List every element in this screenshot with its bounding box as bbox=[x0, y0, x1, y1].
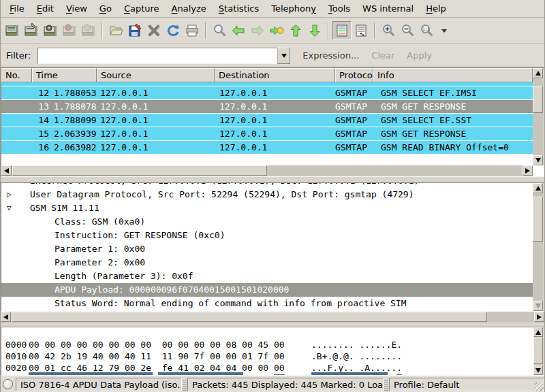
capture-options-icon[interactable] bbox=[22, 21, 41, 40]
pane-splitter[interactable] bbox=[1, 177, 544, 182]
zoom-in-icon[interactable] bbox=[379, 21, 398, 40]
scroll-up-button[interactable] bbox=[533, 327, 543, 337]
column-header-protocol[interactable]: Protocol bbox=[335, 68, 373, 82]
vscroll-thumb[interactable] bbox=[533, 338, 543, 364]
column-header-no[interactable]: No. bbox=[1, 68, 32, 82]
detail-line-length[interactable]: Length (Parameter 3): 0x0f bbox=[1, 270, 533, 283]
go-top-icon[interactable] bbox=[286, 21, 305, 40]
status-field-selected: ISO 7816-4 APDU Data Payload (iso... bbox=[16, 378, 182, 391]
details-hscrollbar[interactable] bbox=[1, 312, 544, 323]
menu-analyze[interactable]: Analyze bbox=[166, 1, 213, 16]
packet-row[interactable]: 121.788053127.0.0.1127.0.0.1GSMTAPGSM SE… bbox=[1, 86, 533, 99]
capture-restart-icon[interactable] bbox=[79, 21, 98, 40]
zoom-normal-icon[interactable]: 1:1 bbox=[417, 21, 436, 40]
expression-button[interactable]: Expression... bbox=[302, 50, 359, 61]
hex-vscrollbar[interactable] bbox=[533, 327, 544, 375]
expert-info-icon[interactable] bbox=[3, 379, 13, 389]
detail-line-apdu-payload-selected[interactable]: APDU Payload: 000000096f0704001500150102… bbox=[1, 283, 533, 297]
scroll-up-button[interactable] bbox=[533, 183, 543, 193]
detail-line-status-word[interactable]: Status Word: Normal ending of command wi… bbox=[1, 297, 533, 310]
scroll-left-button[interactable] bbox=[1, 312, 11, 322]
detail-line-parameter2[interactable]: Parameter 2: 0x00 bbox=[1, 256, 533, 270]
go-to-packet-icon[interactable] bbox=[267, 21, 286, 40]
wireshark-window: File Edit View Go Capture Analyze Statis… bbox=[0, 0, 545, 392]
main-toolbar: 1:1 bbox=[1, 18, 544, 44]
scroll-right-button[interactable] bbox=[534, 312, 544, 322]
hex-dump-pane: 000000 00 00 00 00 00 00 00 00 00 00 00 … bbox=[1, 327, 544, 376]
packet-list-vscrollbar[interactable] bbox=[533, 68, 544, 165]
scroll-down-button[interactable] bbox=[533, 301, 543, 311]
list-interfaces-icon[interactable] bbox=[3, 21, 22, 40]
menu-edit[interactable]: Edit bbox=[31, 1, 60, 16]
apply-button[interactable]: Apply bbox=[407, 50, 432, 61]
packet-list-rows: 11 1.787891 127.0.0.1 127.0.0.1 GSMTAP G… bbox=[1, 82, 533, 165]
scroll-left-button[interactable] bbox=[1, 165, 12, 176]
clipped-highlight-row bbox=[311, 372, 388, 375]
colorize-toggle-icon[interactable] bbox=[332, 21, 352, 40]
scroll-up-button[interactable] bbox=[533, 68, 543, 78]
filter-dropdown-button[interactable] bbox=[277, 48, 290, 64]
packet-details-pane: Internet Protocol, Src: 127.0.0.1 (127.0… bbox=[1, 182, 544, 312]
status-grip[interactable] bbox=[384, 378, 388, 391]
column-header-destination[interactable]: Destination bbox=[215, 68, 335, 82]
packet-row[interactable]: 141.788099127.0.0.1127.0.0.1GSMTAPGSM SE… bbox=[1, 114, 533, 127]
toolbar-overflow-icon[interactable] bbox=[441, 29, 447, 33]
capture-start-icon[interactable] bbox=[41, 21, 60, 40]
save-file-icon[interactable] bbox=[125, 21, 144, 40]
packet-row-clipped[interactable]: 11 1.787891 127.0.0.1 127.0.0.1 GSMTAP G… bbox=[1, 82, 533, 86]
zoom-out-icon[interactable] bbox=[398, 21, 417, 40]
menu-capture[interactable]: Capture bbox=[118, 1, 166, 16]
scroll-right-button[interactable] bbox=[523, 165, 533, 176]
hscroll-thumb[interactable] bbox=[12, 312, 487, 322]
details-vscrollbar[interactable] bbox=[533, 183, 544, 311]
detail-line-class[interactable]: Class: GSM (0xa0) bbox=[1, 215, 533, 229]
clear-button[interactable]: Clear bbox=[371, 50, 394, 61]
status-bar: ISO 7816-4 APDU Data Payload (iso... Pac… bbox=[1, 376, 544, 392]
detail-line-gsm-sim[interactable]: GSM SIM 11.11 bbox=[1, 201, 533, 215]
go-bottom-icon[interactable] bbox=[305, 21, 324, 40]
vscroll-thumb[interactable] bbox=[533, 197, 543, 242]
vscroll-thumb[interactable] bbox=[533, 86, 543, 113]
detail-line-instruction[interactable]: Instruction: GET RESPONSE (0xc0) bbox=[1, 229, 533, 242]
reload-icon[interactable] bbox=[164, 21, 183, 40]
print-icon[interactable] bbox=[183, 21, 202, 40]
hex-row[interactable]: 001000 42 2b 19 40 00 40 11 11 90 7f 00 … bbox=[1, 339, 544, 350]
status-grip[interactable] bbox=[183, 378, 187, 391]
menu-go[interactable]: Go bbox=[93, 1, 118, 16]
window-resize-grip[interactable] bbox=[535, 382, 544, 391]
detail-line-parameter1[interactable]: Parameter 1: 0x00 bbox=[1, 242, 533, 256]
open-file-icon[interactable] bbox=[106, 21, 125, 40]
column-header-source[interactable]: Source bbox=[97, 68, 215, 82]
hex-row[interactable]: 002000 01 cc 46 12 79 00 2e fe 41 02 04 … bbox=[1, 350, 544, 362]
packet-list-header: No. Time Source Destination Protocol Inf… bbox=[1, 68, 533, 82]
packet-list-hscrollbar[interactable] bbox=[1, 165, 533, 176]
capture-stop-icon[interactable] bbox=[60, 21, 79, 40]
column-header-info[interactable]: Info bbox=[373, 68, 533, 82]
go-forward-icon[interactable] bbox=[248, 21, 267, 40]
menu-tools[interactable]: Tools bbox=[322, 1, 356, 16]
packet-row[interactable]: 152.063939127.0.0.1127.0.0.1GSMTAPGSM GE… bbox=[1, 127, 533, 140]
packet-row-selected[interactable]: 131.788078127.0.0.1127.0.0.1GSMTAPGSM GE… bbox=[1, 100, 533, 113]
go-back-icon[interactable] bbox=[229, 21, 248, 40]
scroll-down-button[interactable] bbox=[533, 365, 543, 375]
menu-file[interactable]: File bbox=[3, 1, 31, 16]
menu-telephony[interactable]: Telephony bbox=[265, 1, 322, 16]
packet-row[interactable]: 162.063982127.0.0.1127.0.0.1GSMTAPGSM RE… bbox=[1, 141, 533, 154]
close-file-icon[interactable] bbox=[144, 21, 164, 40]
menu-ws-internal[interactable]: WS internal bbox=[356, 1, 420, 16]
hex-row[interactable]: 000000 00 00 00 00 00 00 00 00 00 00 00 … bbox=[1, 327, 544, 339]
find-packet-icon[interactable] bbox=[210, 21, 229, 40]
packet-list-pane: No. Time Source Destination Protocol Inf… bbox=[1, 67, 544, 177]
hscroll-thumb[interactable] bbox=[12, 165, 267, 176]
detail-line-udp[interactable]: User Datagram Protocol, Src Port: 52294 … bbox=[1, 188, 533, 201]
scroll-down-button[interactable] bbox=[533, 155, 543, 165]
detail-line-clipped[interactable]: Internet Protocol, Src: 127.0.0.1 (127.0… bbox=[1, 183, 533, 188]
menu-view[interactable]: View bbox=[60, 1, 93, 16]
column-header-time[interactable]: Time bbox=[32, 68, 97, 82]
menu-statistics[interactable]: Statistics bbox=[213, 1, 265, 16]
auto-scroll-toggle-icon[interactable] bbox=[352, 21, 371, 40]
menu-help[interactable]: Help bbox=[420, 1, 452, 16]
filter-input[interactable] bbox=[37, 48, 277, 64]
expander-expanded-icon[interactable] bbox=[7, 201, 20, 215]
expander-collapsed-icon[interactable] bbox=[7, 188, 20, 201]
